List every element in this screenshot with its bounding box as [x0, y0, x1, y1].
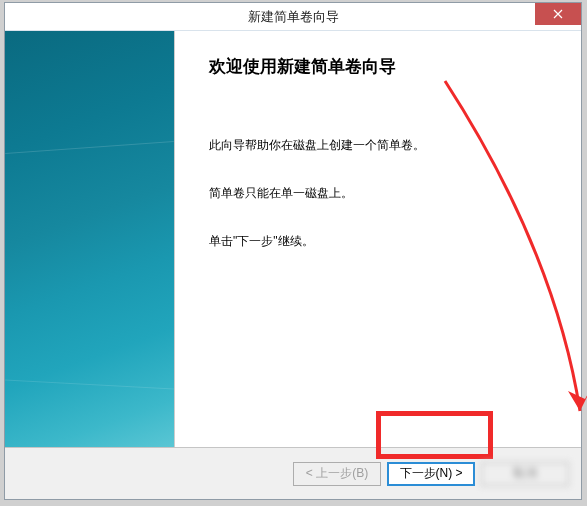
next-button[interactable]: 下一步(N) >	[387, 462, 475, 486]
wizard-footer: < 上一步(B) 下一步(N) > 取消	[5, 447, 581, 499]
wizard-side-panel	[5, 31, 175, 447]
content-area: 欢迎使用新建简单卷向导 此向导帮助你在磁盘上创建一个简单卷。 简单卷只能在单一磁…	[5, 31, 581, 447]
titlebar: 新建简单卷向导	[5, 3, 581, 31]
wizard-heading: 欢迎使用新建简单卷向导	[209, 55, 551, 78]
wizard-main-panel: 欢迎使用新建简单卷向导 此向导帮助你在磁盘上创建一个简单卷。 简单卷只能在单一磁…	[175, 31, 581, 447]
back-button: < 上一步(B)	[293, 462, 381, 486]
annotation-arrow	[325, 71, 587, 471]
wizard-body-line3: 单击"下一步"继续。	[209, 232, 551, 250]
cancel-button[interactable]: 取消	[481, 462, 569, 486]
dialog-title: 新建简单卷向导	[5, 8, 581, 26]
close-button[interactable]	[535, 3, 581, 25]
wizard-body-line2: 简单卷只能在单一磁盘上。	[209, 184, 551, 202]
wizard-dialog: 新建简单卷向导 欢迎使用新建简单卷向导 此向导帮助你在磁盘上创建一个简单卷。 简…	[4, 2, 582, 500]
wizard-body-line1: 此向导帮助你在磁盘上创建一个简单卷。	[209, 136, 551, 154]
close-icon	[553, 6, 563, 22]
